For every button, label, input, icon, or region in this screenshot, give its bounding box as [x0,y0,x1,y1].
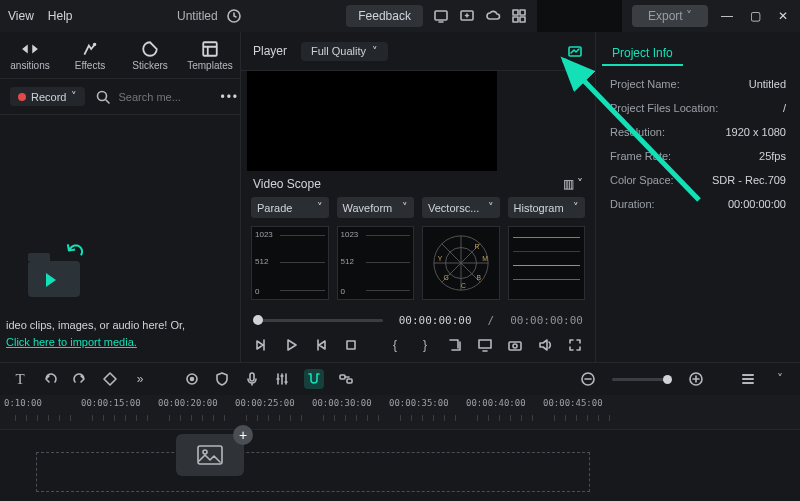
menu-view[interactable]: View [8,9,34,23]
tab-transitions[interactable]: ansitions [0,32,60,78]
marker-button[interactable] [184,371,200,387]
player-viewport [241,71,595,171]
window-minimize[interactable]: — [718,9,736,23]
prev-frame-button[interactable] [253,337,269,353]
main-area: ansitions Effects Stickers Templates Rec… [0,32,800,362]
quality-value: Full Quality [311,45,366,57]
stop-button[interactable] [343,337,359,353]
export-button[interactable]: Export ˅ [632,5,708,27]
preview-canvas[interactable] [247,71,497,171]
audio-mixer-button[interactable] [274,371,290,387]
track-view-button[interactable] [740,371,756,387]
stickers-icon [141,40,159,58]
magnet-button[interactable] [304,369,324,389]
search-input[interactable] [116,90,200,104]
parade-scope: 1023 512 0 [251,226,329,300]
zoom-slider[interactable] [612,378,672,381]
search-field[interactable] [95,89,200,105]
window-maximize[interactable]: ▢ [746,9,764,23]
info-row-name: Project Name:Untitled [610,78,786,90]
playhead-slider[interactable] [253,319,383,322]
ruler-tick: 0:10:00 [4,398,42,408]
camera-icon[interactable] [507,337,523,353]
account-area [537,0,622,32]
svg-point-28 [191,378,194,381]
waveform-scope: 1023 512 0 [337,226,415,300]
svg-rect-3 [513,10,518,15]
zoom-out-button[interactable] [580,371,596,387]
feedback-button[interactable]: Feedback [346,5,423,27]
monitor-icon[interactable] [477,337,493,353]
project-info-tab[interactable]: Project Info [602,42,683,66]
fullscreen-button[interactable] [567,337,583,353]
scope-header: Video Scope ▥ ˅ [241,171,595,197]
info-row-duration: Duration:00:00:00:00 [610,198,786,210]
templates-icon [201,40,219,58]
tab-effects[interactable]: Effects [60,32,120,78]
screen-icon[interactable] [459,8,475,24]
scope-select-vectorscope[interactable]: Vectorsc...˅ [422,197,500,218]
ruler-tick: 00:00:40:00 [466,398,526,408]
next-frame-button[interactable] [313,337,329,353]
cloud-icon[interactable] [485,8,501,24]
text-tool-button[interactable]: T [12,371,28,387]
quality-select[interactable]: Full Quality ˅ [301,42,388,61]
add-media-button[interactable]: + [233,425,253,445]
svg-text:C: C [461,282,466,289]
scope-layout-toggle[interactable]: ▥ ˅ [563,177,583,191]
scope-select-waveform[interactable]: Waveform˅ [337,197,415,218]
menu-help[interactable]: Help [48,9,73,23]
more-icon[interactable]: ••• [220,90,239,104]
ruler-tick: 00:00:30:00 [312,398,372,408]
shield-button[interactable] [214,371,230,387]
scope-select-parade[interactable]: Parade˅ [251,197,329,218]
mic-button[interactable] [244,371,260,387]
keyframe-button[interactable] [102,371,118,387]
document-title: Untitled [177,9,218,23]
player-bar: Player Full Quality ˅ [241,32,595,71]
svg-point-7 [93,42,96,45]
transport-buttons: { } [241,333,595,357]
redo-button[interactable] [72,371,88,387]
grid-icon[interactable] [511,8,527,24]
import-link[interactable]: Click here to import media. [6,336,137,348]
svg-rect-8 [203,42,217,56]
crop-icon[interactable] [447,337,463,353]
timeline-track[interactable]: + [0,430,800,498]
volume-button[interactable] [537,337,553,353]
scope-title: Video Scope [253,177,321,191]
svg-rect-23 [347,341,355,349]
display-icon[interactable] [433,8,449,24]
mark-in-button[interactable]: { [387,337,403,353]
ruler-tick: 00:00:35:00 [389,398,449,408]
svg-point-9 [98,91,107,100]
snapshot-icon[interactable] [567,43,583,59]
svg-rect-6 [520,17,525,22]
zoom-in-button[interactable] [688,371,704,387]
scope-select-histogram[interactable]: Histogram˅ [508,197,586,218]
tab-templates[interactable]: Templates [180,32,240,78]
track-options-button[interactable]: ˅ [772,371,788,387]
svg-rect-4 [520,10,525,15]
play-button[interactable] [283,337,299,353]
info-row-colorspace: Color Space:SDR - Rec.709 [610,174,786,186]
media-placeholder-chip[interactable]: + [176,434,244,476]
timeline-toolbar: T » ˅ [0,363,800,395]
top-right-group: Feedback Export ˅ — ▢ ✕ [346,0,792,32]
link-button[interactable] [338,371,354,387]
tab-stickers[interactable]: Stickers [120,32,180,78]
vectorscope: RMBCGY [422,226,500,300]
mark-out-button[interactable]: } [417,337,433,353]
record-icon [18,93,26,101]
more-tools-button[interactable]: » [132,371,148,387]
media-tab-strip: ansitions Effects Stickers Templates [0,32,240,79]
window-close[interactable]: ✕ [774,9,792,23]
undo-button[interactable] [42,371,58,387]
effects-icon [81,40,99,58]
record-button[interactable]: Record ˅ [10,87,85,106]
media-drop-zone[interactable]: ↶ ideo clips, images, or audio here! Or,… [0,115,240,362]
history-icon [226,8,242,24]
timeline-ruler[interactable]: 0:10:0000:00:15:0000:00:20:0000:00:25:00… [0,395,800,430]
clip-drop-zone[interactable] [36,452,590,492]
image-icon [197,445,223,465]
